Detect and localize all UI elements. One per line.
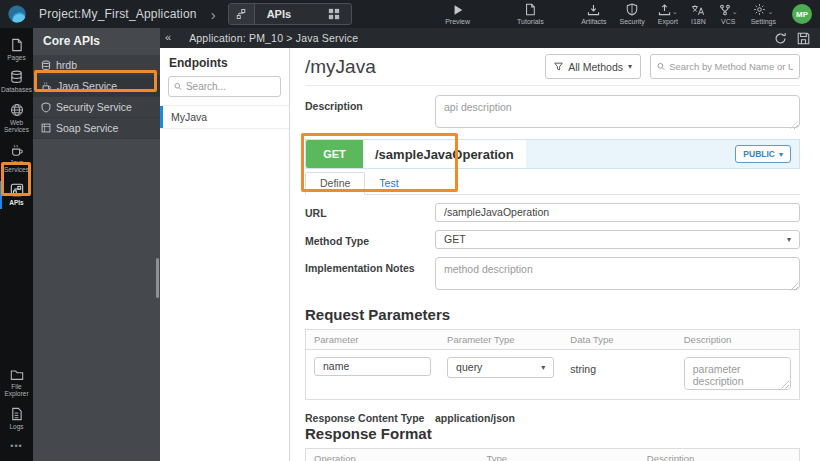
parameter-description-textarea[interactable]	[684, 357, 791, 390]
export-label: Export	[658, 18, 678, 25]
response-content-type-label: Response Content Type	[305, 412, 435, 424]
endpoints-title: Endpoints	[160, 48, 289, 76]
col-data-type: Data Type	[562, 330, 675, 349]
coffee-icon	[41, 81, 52, 92]
vcs-button[interactable]: ⌄ VCS	[719, 4, 738, 25]
collapse-panel-icon[interactable]: «	[160, 31, 177, 45]
artifacts-button[interactable]: Artifacts	[581, 4, 606, 25]
translate-icon	[691, 4, 705, 16]
sidebar-item-pages[interactable]: Pages	[0, 34, 33, 66]
sidebar-item-file-explorer[interactable]: File Explorer	[0, 365, 33, 403]
active-indicator	[0, 181, 2, 209]
service-path: /myJava	[305, 56, 376, 78]
upload-icon	[658, 4, 671, 16]
artifacts-label: Artifacts	[581, 18, 606, 25]
breadcrumb: Application: PM_10 > Java Service	[189, 32, 358, 44]
activity-bar-bottom: File Explorer Logs •••	[0, 365, 33, 461]
parameter-type-select[interactable]: query ▾	[447, 357, 554, 378]
sidebar-item-apis[interactable]: APIs	[0, 179, 33, 211]
branch-icon	[719, 4, 731, 16]
settings-button[interactable]: ⌄ Settings	[751, 3, 776, 25]
globe-icon	[10, 103, 24, 117]
sidebar-item-java-services[interactable]: Java Services	[0, 139, 33, 179]
sidebar-item-logs[interactable]: Logs	[0, 403, 33, 435]
response-format-title: Response Format	[305, 425, 800, 442]
core-api-item-soap-service[interactable]: Soap Service	[33, 118, 160, 139]
tutorials-label: Tutorials	[517, 18, 544, 25]
core-apis-title: Core APIs	[33, 28, 160, 55]
security-label: Security	[620, 18, 645, 25]
core-api-item-security-service[interactable]: Security Service	[33, 97, 160, 118]
core-apis-panel: Core APIs hrdb Java Service Security Ser…	[33, 28, 160, 461]
endpoints-search[interactable]	[168, 76, 281, 97]
grid-icon[interactable]	[325, 8, 351, 20]
operation-header[interactable]: GET /sampleJavaOperation PUBLIC ▾	[305, 139, 800, 169]
vcs-label: VCS	[721, 18, 735, 25]
caret-down-icon: ▾	[628, 62, 632, 71]
operation-panel: GET /sampleJavaOperation PUBLIC ▾ Define…	[305, 139, 800, 195]
caret-down-icon: ▾	[787, 235, 791, 244]
scrollbar-thumb[interactable]	[156, 258, 159, 298]
topbar-actions: Artifacts Security ⌄ Export I18N ⌄ VCS ⌄…	[581, 3, 820, 25]
more-menu-button[interactable]: •••	[0, 435, 33, 457]
document-icon	[524, 3, 536, 16]
shield-icon	[626, 3, 638, 16]
security-button[interactable]: Security	[620, 3, 645, 25]
col-operation: Operation	[306, 449, 479, 461]
folder-icon	[10, 369, 24, 381]
tutorials-button[interactable]: Tutorials	[517, 3, 544, 25]
caret-down-icon: ⌄	[767, 8, 773, 16]
method-search[interactable]	[650, 54, 800, 79]
col-parameter: Parameter	[306, 330, 439, 349]
gear-icon	[753, 3, 766, 16]
response-format-table: Operation Type Description sampleJavaOpe…	[305, 448, 800, 461]
download-icon	[587, 4, 600, 16]
export-button[interactable]: ⌄ Export	[658, 4, 678, 25]
col-description: Description	[676, 330, 799, 349]
sidebar-item-web-services[interactable]: Web Services	[0, 99, 33, 139]
core-api-item-hrdb[interactable]: hrdb	[33, 55, 160, 76]
chevron-right-icon: ›	[211, 6, 216, 23]
apis-icon	[10, 183, 24, 197]
settings-label: Settings	[751, 18, 776, 25]
wavemaker-logo-icon[interactable]	[0, 4, 33, 24]
method-type-select[interactable]: GET ▾	[435, 230, 800, 249]
request-parameters-table: Parameter Parameter Type Data Type Descr…	[305, 329, 800, 400]
endpoints-search-input[interactable]	[186, 81, 275, 92]
request-parameter-row: query ▾ string	[306, 350, 799, 399]
save-button[interactable]	[797, 32, 810, 45]
refresh-button[interactable]	[774, 32, 787, 45]
api-icon	[229, 4, 255, 24]
workspace: « Application: PM_10 > Java Service Endp…	[160, 28, 820, 461]
preview-label: Preview	[445, 18, 470, 25]
endpoint-item-myjava[interactable]: MyJava	[160, 105, 289, 129]
sidebar-item-databases[interactable]: Databases	[0, 66, 33, 98]
description-textarea[interactable]	[435, 95, 800, 128]
url-input[interactable]	[435, 203, 800, 222]
preview-button[interactable]: Preview	[445, 4, 470, 25]
topbar: Project:My_First_Application › APIs Prev…	[0, 0, 820, 28]
i18n-button[interactable]: I18N	[691, 4, 706, 25]
shield-icon	[41, 102, 51, 113]
method-badge[interactable]: GET	[306, 140, 363, 168]
method-search-input[interactable]	[669, 61, 793, 72]
operation-tabs: Define Test	[305, 172, 800, 195]
parameter-name-input[interactable]	[314, 357, 431, 376]
tab-test[interactable]: Test	[365, 173, 412, 194]
apis-tab[interactable]: APIs	[228, 3, 352, 25]
col-parameter-type: Parameter Type	[439, 330, 562, 349]
core-api-item-java-service[interactable]: Java Service	[33, 76, 160, 97]
visibility-dropdown[interactable]: PUBLIC ▾	[735, 145, 791, 163]
col-type: Type	[479, 449, 639, 461]
caret-down-icon: ⌄	[732, 8, 738, 16]
main-content: /myJava All Methods ▾ Description	[290, 48, 820, 461]
tab-define[interactable]: Define	[305, 172, 365, 195]
methods-filter-dropdown[interactable]: All Methods ▾	[545, 54, 641, 79]
breadcrumb-actions	[774, 32, 820, 45]
search-icon	[657, 62, 665, 71]
breadcrumb-bar: « Application: PM_10 > Java Service	[160, 28, 820, 48]
implementation-notes-textarea[interactable]	[435, 257, 800, 290]
user-avatar[interactable]: MP	[792, 4, 812, 24]
activity-bar: Pages Databases Web Services Java Servic…	[0, 28, 33, 461]
caret-down-icon: ▾	[779, 150, 783, 159]
